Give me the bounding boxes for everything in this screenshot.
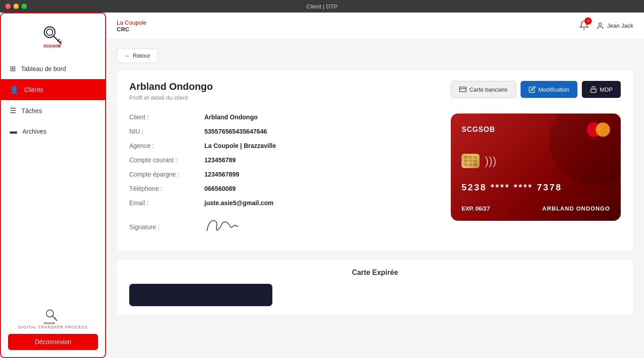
card-icon [459, 86, 466, 93]
sidebar-item-tableau-de-bord[interactable]: ⊞ Tableau de bord [1, 58, 105, 79]
app-layout: SCGSOB ⊞ Tableau de bord 👤 Clients ☰ Tâc… [0, 13, 644, 358]
window-controls [5, 4, 27, 9]
card-number: 5238 **** **** 7378 [462, 182, 610, 193]
modification-label: Modification [538, 86, 569, 93]
notification-bell[interactable]: 0 [579, 20, 589, 32]
mdp-button[interactable]: MDP [582, 81, 621, 98]
archive-icon: ▬ [10, 127, 17, 135]
label-signature: Signature : [129, 223, 201, 231]
grid-icon: ⊞ [10, 64, 16, 73]
user-name: Jean Jack [607, 22, 633, 29]
user-info: Jean Jack [596, 22, 633, 30]
card-chip-row: ))) [462, 154, 610, 168]
sidebar-logo: SCGSOB [1, 13, 105, 54]
info-row-compte-epargne: Compte épargne : 1234567899 [129, 171, 424, 178]
window-title: Client | DTP [306, 3, 338, 10]
client-name-section: Arbland Ondongo Profil et detail du clie… [129, 81, 213, 101]
content-area: ← Retour Arbland Ondongo Profil et detai… [106, 39, 644, 358]
value-compte-courant: 123456789 [204, 156, 236, 164]
sidebar: SCGSOB ⊞ Tableau de bord 👤 Clients ☰ Tâc… [0, 13, 106, 358]
client-card-header: Arbland Ondongo Profil et detail du clie… [129, 81, 621, 101]
sidebar-item-taches[interactable]: ☰ Tâches [1, 100, 105, 121]
svg-point-1 [47, 29, 53, 35]
label-agence: Agence : [129, 142, 201, 149]
edit-icon [529, 86, 536, 93]
mc-yellow-circle [596, 122, 610, 137]
svg-rect-13 [591, 89, 596, 92]
value-client: Arbland Ondongo [204, 114, 258, 121]
lock-icon [590, 86, 597, 93]
card-chip [462, 154, 479, 168]
agency-name: La Coupole [117, 19, 147, 26]
card-holder: ARBLAND ONDONGO [542, 205, 610, 212]
minimize-dot[interactable] [13, 4, 19, 9]
client-subtitle: Profil et detail du client [129, 94, 213, 101]
svg-line-3 [58, 39, 59, 41]
label-niu: NIU : [129, 128, 201, 135]
signature-image [203, 212, 242, 242]
dark-bar [129, 284, 272, 306]
svg-point-10 [599, 23, 602, 25]
modification-button[interactable]: Modification [521, 81, 577, 98]
branch-name: CRC [117, 26, 147, 33]
client-info-table: Client : Arbland Ondongo NIU : 535576565… [129, 114, 424, 240]
svg-line-4 [59, 41, 61, 43]
info-row-agence: Agence : La Coupole | Brazzaville [129, 142, 424, 149]
credit-card: SCGSOB [451, 114, 621, 221]
value-telephone: 066560089 [204, 185, 236, 192]
sidebar-item-label: Tâches [21, 107, 42, 114]
label-compte-courant: Compte courant : [129, 156, 201, 164]
sidebar-item-label: Clients [24, 86, 43, 93]
signature-row: Signature : [129, 214, 424, 240]
bottom-section: Carte Expirée [117, 260, 633, 315]
value-compte-epargne: 1234567899 [204, 171, 239, 178]
sidebar-bottom-logo: SCGSOB DIGITAL TRANSFER PROCESS [18, 307, 88, 329]
card-brand: SCGSOB [462, 126, 495, 134]
info-row-niu: NIU : 535576565435647646 [129, 128, 424, 135]
info-row-compte-courant: Compte courant : 123456789 [129, 156, 424, 164]
svg-line-7 [52, 316, 57, 320]
exp-value: 06/27 [475, 205, 490, 212]
info-row-email: Email : juste.asie5@gmail.com [129, 199, 424, 206]
mdp-label: MDP [600, 86, 613, 93]
logo-icon: SCGSOB [40, 22, 67, 49]
back-button[interactable]: ← Retour [117, 48, 158, 63]
label-client: Client : [129, 114, 201, 121]
sidebar-item-archives[interactable]: ▬ Archives [1, 121, 105, 142]
card-top: SCGSOB [462, 122, 610, 137]
exp-label: EXP. [462, 205, 474, 212]
client-card: Arbland Ondongo Profil et detail du clie… [117, 70, 633, 251]
section-title: Carte Expirée [129, 269, 621, 277]
back-label: Retour [133, 52, 150, 59]
maximize-dot[interactable] [21, 4, 27, 9]
card-bottom: EXP. 06/27 ARBLAND ONDONGO [462, 205, 610, 212]
svg-text:SCGSOB: SCGSOB [43, 44, 61, 48]
topbar-agency-info: La Coupole CRC [117, 19, 147, 33]
contactless-icon: ))) [485, 154, 496, 168]
topbar: La Coupole CRC 0 Jean Jack [106, 13, 644, 39]
value-agence: La Coupole | Brazzaville [204, 142, 276, 149]
notification-badge: 0 [585, 17, 592, 25]
carte-bancaire-button[interactable]: Carte bancaire [451, 81, 516, 98]
label-telephone: Téléphone : [129, 185, 201, 192]
client-name: Arbland Ondongo [129, 81, 213, 93]
info-row-client: Client : Arbland Ondongo [129, 114, 424, 121]
nav-menu: ⊞ Tableau de bord 👤 Clients ☰ Tâches ▬ A… [1, 54, 105, 300]
value-email: juste.asie5@gmail.com [204, 199, 274, 206]
person-icon: 👤 [10, 85, 19, 94]
svg-rect-11 [460, 87, 466, 92]
list-icon: ☰ [10, 106, 16, 115]
logout-button[interactable]: Déconnexion [8, 334, 98, 350]
bottom-logo-text: DIGITAL TRANSFER PROCESS [18, 325, 88, 329]
bottom-logo-icon: SCGSOB [42, 307, 64, 325]
sidebar-item-label: Archives [22, 128, 47, 135]
carte-bancaire-label: Carte bancaire [469, 86, 507, 93]
close-dot[interactable] [5, 4, 11, 9]
client-details: Client : Arbland Ondongo NIU : 535576565… [129, 114, 621, 240]
sidebar-item-clients[interactable]: 👤 Clients [1, 79, 105, 100]
info-row-telephone: Téléphone : 066560089 [129, 185, 424, 192]
label-email: Email : [129, 199, 201, 206]
title-bar: Client | DTP [0, 0, 644, 13]
sidebar-bottom: SCGSOB DIGITAL TRANSFER PROCESS Déconnex… [1, 300, 105, 357]
mastercard-logo [587, 122, 610, 137]
